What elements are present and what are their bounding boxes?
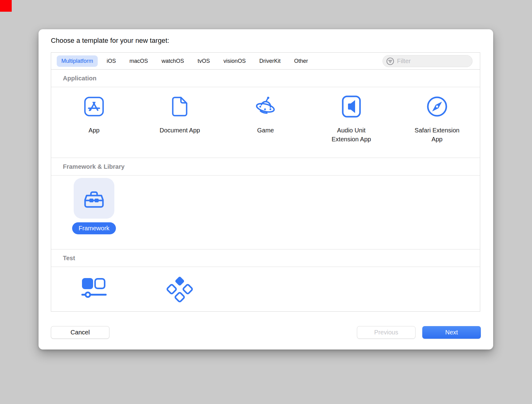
template-item-unit-testing-bundle[interactable]: [137, 267, 223, 311]
section-title: Test: [63, 255, 75, 262]
section-title: Framework & Library: [63, 163, 125, 170]
template-item-document-app[interactable]: Document App: [137, 87, 223, 158]
cancel-button[interactable]: Cancel: [51, 326, 109, 339]
filter-input[interactable]: [397, 58, 469, 65]
framework-items: Framework: [51, 176, 480, 249]
previous-button[interactable]: Previous: [357, 326, 415, 339]
tab-visionos[interactable]: visionOS: [219, 55, 250, 67]
template-item-label: App: [88, 126, 100, 135]
filter-circle-icon: [386, 57, 394, 65]
tab-ios[interactable]: iOS: [102, 55, 121, 67]
tab-tvos[interactable]: tvOS: [193, 55, 215, 67]
unit-testing-bundle-icon: [166, 276, 193, 303]
tab-other[interactable]: Other: [289, 55, 313, 67]
tab-watchos[interactable]: watchOS: [157, 55, 189, 67]
section-header-test: Test: [51, 249, 480, 267]
template-item-framework-selected[interactable]: Framework: [51, 176, 137, 249]
tab-driverkit[interactable]: DriverKit: [255, 55, 285, 67]
section-header-application: Application: [51, 70, 480, 87]
new-target-template-dialog: Choose a template for your new target: M…: [39, 29, 493, 349]
template-item-label: Document App: [160, 126, 200, 135]
template-item-safari-extension-app[interactable]: Safari Extension App: [394, 87, 480, 158]
dialog-title: Choose a template for your new target:: [51, 37, 169, 45]
template-item-game[interactable]: Game: [223, 87, 308, 158]
next-button[interactable]: Next: [422, 326, 481, 339]
tab-multiplatform[interactable]: Multiplatform: [57, 55, 98, 67]
ui-testing-bundle-icon: [80, 276, 108, 300]
platform-tab-bar: Multiplatform iOS macOS watchOS tvOS vis…: [51, 53, 480, 70]
audio-unit-icon: [342, 95, 361, 119]
toolbox-icon: [82, 188, 106, 208]
test-items: [51, 267, 480, 311]
selected-item-highlight: [74, 178, 114, 219]
template-item-label: Audio Unit Extension App: [332, 126, 371, 144]
selected-item-label-pill: Framework: [72, 222, 116, 234]
template-chooser-panel: Multiplatform iOS macOS watchOS tvOS vis…: [51, 52, 480, 312]
section-title: Application: [63, 75, 96, 82]
document-icon: [172, 95, 188, 119]
ufo-icon: [252, 95, 279, 119]
filter-field[interactable]: [383, 55, 473, 67]
template-item-label: Game: [257, 126, 274, 135]
template-item-app[interactable]: App: [51, 87, 137, 158]
template-item-ui-testing-bundle[interactable]: [51, 267, 137, 311]
application-items: App Document App: [51, 87, 480, 158]
template-item-audio-unit-extension-app[interactable]: Audio Unit Extension App: [309, 87, 394, 158]
safari-compass-icon: [426, 95, 448, 119]
tab-macos[interactable]: macOS: [125, 55, 153, 67]
app-store-icon: [84, 95, 104, 119]
red-corner-marker: [0, 0, 12, 12]
section-header-framework-library: Framework & Library: [51, 158, 480, 176]
template-item-label: Safari Extension App: [415, 126, 460, 144]
